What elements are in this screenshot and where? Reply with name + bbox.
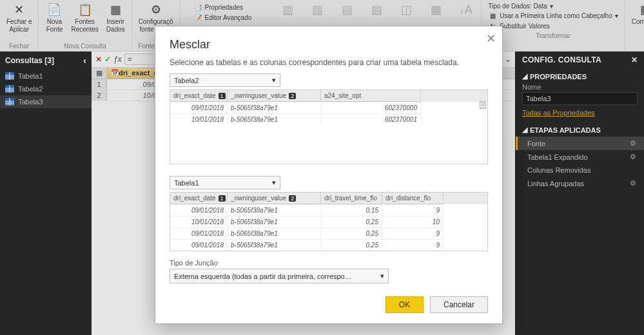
merge-dialog: ✕ Mesclar Selecione as tabelas e as colu…	[155, 26, 503, 324]
dialog-title: Mesclar	[170, 38, 488, 52]
table2-preview[interactable]: dri_exact_date1 _owninguser_value2 dri_t…	[170, 192, 488, 251]
preview-row[interactable]: 09/01/2018b-5065f38a79e10,259	[170, 239, 487, 251]
dialog-close-icon[interactable]: ✕	[486, 32, 496, 46]
col-header[interactable]: dri_exact_date1	[170, 193, 228, 204]
col-header[interactable]: _owninguser_value2	[228, 90, 321, 102]
col-header[interactable]: a24_site_opt	[321, 90, 421, 102]
col-header[interactable]: dri_travel_time_flo	[321, 193, 382, 204]
preview-row[interactable]: 09/01/2018b-5065f38a79e10,259	[170, 227, 487, 239]
table1-select[interactable]: Tabela2▾	[170, 73, 280, 87]
preview-row[interactable]: 09/01/2018b-5065f38a79e1602370000	[170, 102, 487, 113]
preview-row[interactable]: 10/01/2018b-5065f38a79e1602370001	[170, 113, 487, 125]
preview-row[interactable]: 09/01/2018b-5065f38a79e10,159	[170, 204, 487, 216]
chevron-down-icon: ▾	[272, 178, 276, 187]
dialog-subtitle: Selecione as tabelas e as colunas corres…	[170, 58, 488, 67]
new-query-icon[interactable]: 🗎	[478, 99, 489, 112]
preview-row[interactable]: 10/01/2018b-5065f38a79e10,2510	[170, 216, 487, 227]
col-header[interactable]: _owninguser_value2	[228, 193, 321, 204]
table2-select[interactable]: Tabela1▾	[170, 176, 280, 189]
select-value: Externa esquerda (todas a partir da prim…	[174, 273, 352, 280]
col-header[interactable]: dri_exact_date1	[170, 90, 228, 102]
cancel-button[interactable]: Cancelar	[430, 296, 488, 313]
chevron-down-icon: ▾	[380, 272, 384, 280]
select-value: Tabela1	[174, 179, 199, 187]
table1-preview[interactable]: dri_exact_date1 _owninguser_value2 a24_s…	[170, 90, 488, 164]
join-kind-label: Tipo de Junção	[170, 259, 488, 267]
col-header[interactable]: dri_distance_flo	[382, 193, 444, 204]
select-value: Tabela2	[174, 77, 199, 84]
join-kind-select[interactable]: Externa esquerda (todas a partir da prim…	[170, 269, 389, 283]
chevron-down-icon: ▾	[272, 76, 276, 84]
ok-button[interactable]: OK	[385, 296, 424, 313]
